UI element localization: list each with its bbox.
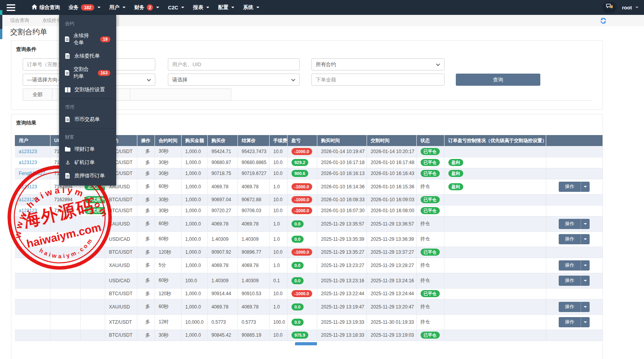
row-action-button[interactable]: 操作 xyxy=(559,317,590,327)
cell-ops: 操作 xyxy=(546,179,603,194)
cell-pnl: -1000.0 xyxy=(287,146,317,157)
hamburger-menu-icon[interactable] xyxy=(0,0,22,15)
row-action-button[interactable]: 操作 xyxy=(559,302,590,312)
user-link[interactable]: a123123 xyxy=(19,149,37,154)
row-action-button[interactable]: 操作 xyxy=(559,276,590,286)
user-type-badge: 正式用户 xyxy=(85,196,105,203)
menu-item-永续委托单[interactable]: 永续委托单 xyxy=(59,49,116,63)
menu-item-理财订单[interactable]: 理财订单 xyxy=(59,143,116,156)
search-button[interactable]: 查询 xyxy=(456,74,540,86)
cell-amount: 10,000.0 xyxy=(181,314,207,330)
pnl-control-badge: 盈利 xyxy=(448,170,463,177)
cell-ctrl xyxy=(444,247,546,258)
chevron-down-icon[interactable] xyxy=(581,260,590,271)
filter-tab-segment-2[interactable] xyxy=(130,88,231,101)
user-input[interactable] xyxy=(168,58,300,70)
cell-user xyxy=(15,288,50,299)
contract-select[interactable]: 所有合约 xyxy=(311,58,444,70)
cell-fee: 10.0 xyxy=(269,205,287,216)
nav-item-系统[interactable]: 系统 xyxy=(239,0,264,15)
amount-input[interactable] xyxy=(311,74,444,86)
file-icon xyxy=(65,53,70,59)
cell-ctrl xyxy=(444,299,546,314)
cell-period: 30秒 xyxy=(155,168,181,179)
cell-buy: 90718.75 xyxy=(207,168,237,179)
status-text: 持仓 xyxy=(421,319,430,325)
chevron-down-icon[interactable] xyxy=(581,234,590,244)
cell-period: 60秒 xyxy=(155,231,181,247)
cell-ops xyxy=(546,330,603,341)
status-badge: 已平仓 xyxy=(421,290,440,297)
menu-item-永续持仓单[interactable]: 永续持仓单19 xyxy=(59,29,116,49)
chevron-down-icon xyxy=(231,7,234,8)
cell-ops: 操作 xyxy=(546,299,603,314)
cell-status: 已平仓 xyxy=(416,247,444,258)
cell-dir: 多 xyxy=(137,299,155,314)
row-action-button[interactable]: 操作 xyxy=(559,219,590,229)
nav-item-报表[interactable]: 报表 xyxy=(189,0,214,15)
status-text: 持仓 xyxy=(421,236,430,242)
cell-user: a123123 xyxy=(15,157,50,168)
user-link[interactable]: a123123 xyxy=(19,197,37,202)
chevron-down-icon[interactable] xyxy=(581,219,590,229)
nav-item-用户[interactable]: 用户 xyxy=(105,0,130,15)
row-action-label: 操作 xyxy=(559,302,581,312)
row-action-button[interactable]: 操作 xyxy=(559,234,590,244)
user-link[interactable]: a123123 xyxy=(19,160,37,165)
user-link[interactable]: a123123 xyxy=(19,184,37,189)
row-action-button[interactable]: 操作 xyxy=(559,182,590,192)
chevron-down-icon[interactable] xyxy=(581,302,590,312)
filter-tab-全部[interactable]: 全部 xyxy=(23,88,52,101)
col-header-用户: 用户 xyxy=(15,135,50,146)
nav-item-财务[interactable]: 财务2 xyxy=(130,0,164,15)
chevron-down-icon[interactable] xyxy=(581,317,590,327)
menu-item-质押借币订单[interactable]: 质押借币订单 xyxy=(59,169,116,182)
menu-item-label: 交割合约单 xyxy=(74,66,92,80)
nav-item-综合查询[interactable]: 综合查询 xyxy=(27,0,64,15)
cell-dir: 多 xyxy=(137,273,155,288)
chevron-down-icon[interactable] xyxy=(581,182,590,192)
cell-pnl: 0.0 xyxy=(287,258,317,273)
pnl-badge: 975.9 xyxy=(291,332,309,339)
status-select[interactable]: 请选择 xyxy=(168,74,300,86)
cell-amount: 1,000.0 xyxy=(181,194,207,205)
chat-button[interactable] xyxy=(603,2,617,13)
page-title: 交割合约单 xyxy=(10,27,47,37)
cell-period xyxy=(155,341,181,359)
cell-utype xyxy=(80,231,105,247)
row-action-label: 操作 xyxy=(559,317,581,327)
menu-item-label: 矿机订单 xyxy=(74,159,95,166)
file-icon xyxy=(65,117,70,122)
cell-ops: 操作 xyxy=(546,231,603,247)
file-icon xyxy=(65,173,70,179)
breadcrumb-tab-综合查询[interactable]: 综合查询 xyxy=(10,15,29,26)
cell-pair: BTC/USDT xyxy=(105,288,137,299)
col-header-结算价: 结算价 xyxy=(237,135,269,146)
refresh-icon[interactable] xyxy=(600,17,607,24)
chevron-down-icon[interactable] xyxy=(581,276,590,286)
cell-amount: 1,000.0 xyxy=(181,247,207,258)
cell-dir xyxy=(137,341,155,359)
menu-item-交割场控设置[interactable]: 交割场控设置 xyxy=(59,83,116,96)
cell-settle: 4069.78 xyxy=(237,179,269,194)
row-action-button[interactable]: 操作 xyxy=(559,260,590,271)
user-link[interactable]: Feng841027 xyxy=(19,171,45,176)
cell-uid xyxy=(50,341,80,359)
cell-pnl: 0.0 xyxy=(287,314,317,330)
nav-item-C2C[interactable]: C2C xyxy=(164,0,189,15)
menu-item-label: 永续委托单 xyxy=(74,52,100,60)
cell-settle: 4069.78 xyxy=(237,216,269,231)
user-link[interactable]: a123123 xyxy=(19,208,37,213)
menu-item-矿机订单[interactable]: ⚓矿机订单 xyxy=(59,156,116,169)
menu-item-币币交易单[interactable]: 币币交易单 xyxy=(59,113,116,126)
cell-user xyxy=(15,247,50,258)
nav-item-配置[interactable]: 配置 xyxy=(214,0,239,15)
user-menu[interactable]: root xyxy=(622,5,639,11)
table-row: BTC/USDT多30秒1,000.090845.4290865.1910.09… xyxy=(15,330,603,341)
caret-shape xyxy=(584,186,587,188)
columns-icon xyxy=(65,87,70,92)
cell-buy_time: 2026-01-10 16:14:36 xyxy=(317,179,367,194)
nav-item-业务[interactable]: 业务182 xyxy=(64,0,105,15)
cell-pair: XAU/USD xyxy=(105,258,137,273)
menu-item-交割合约单[interactable]: 交割合约单163 xyxy=(59,63,116,83)
